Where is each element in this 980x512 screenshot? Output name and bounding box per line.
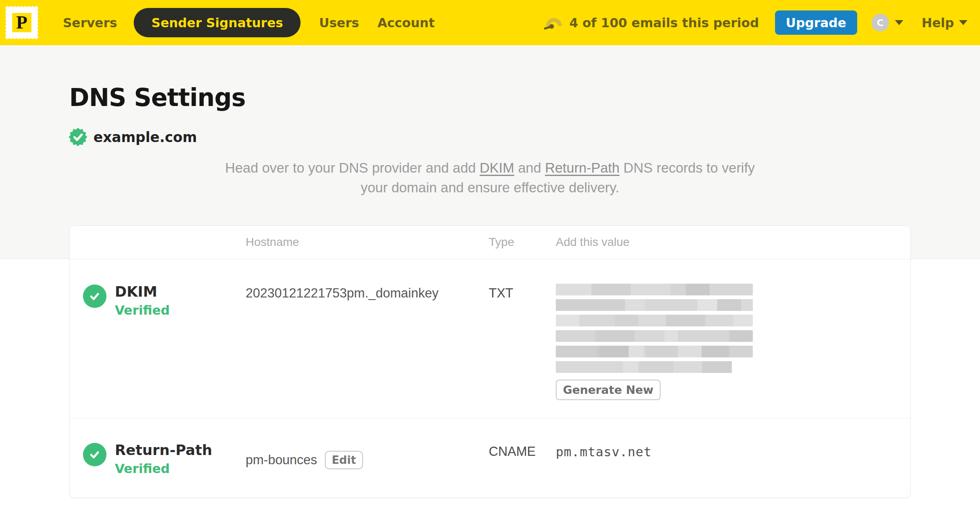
redacted-bar [556,315,753,326]
upgrade-button[interactable]: Upgrade [775,10,857,35]
table-header: Hostname Type Add this value [70,226,910,259]
main-content: DNS Settings example.com Head over to yo… [0,85,980,498]
status-badge: Verified [115,303,170,318]
redacted-dkim-value [556,284,753,373]
verified-domain: example.com [68,127,980,147]
instruction-text: Head over to your DNS provider and add [225,160,480,176]
dkim-link[interactable]: DKIM [480,160,514,176]
account-menu[interactable]: C [871,14,903,31]
avatar[interactable]: C [871,14,889,31]
record-name: DKIM [115,284,170,300]
record-name: Return-Path [115,442,212,458]
return-path-hostname-cell: pm-bounces Edit [246,442,489,476]
dns-instructions: Head over to your DNS provider and add D… [224,158,756,198]
return-path-status-cell: Return-Path Verified [70,442,246,476]
chevron-down-icon [959,20,967,25]
dkim-name-block: DKIM Verified [115,284,170,400]
table-row-return-path: Return-Path Verified pm-bounces Edit CNA… [70,419,910,498]
chevron-down-icon [895,20,903,25]
verified-check-icon [83,443,106,466]
redacted-bar [556,330,753,342]
dkim-type: TXT [489,284,556,400]
return-path-value: pm.mtasv.net [556,442,910,476]
logo-letter: P [16,12,28,32]
redacted-bar [556,299,753,311]
domain-name: example.com [93,129,197,145]
redacted-bar [556,346,753,357]
return-path-link[interactable]: Return-Path [545,160,620,176]
header-hostname: Hostname [246,235,489,249]
status-badge: Verified [115,461,212,476]
return-path-type: CNAME [489,442,556,476]
return-path-name-block: Return-Path Verified [115,442,212,476]
nav-item-account[interactable]: Account [378,16,435,30]
usage-meter: 4 of 100 emails this period [544,15,759,31]
usage-text: 4 of 100 emails this period [569,16,759,30]
top-nav: P Servers Sender Signatures Users Accoun… [0,0,980,45]
return-path-hostname: pm-bounces [246,453,317,468]
gauge-icon [544,15,563,31]
help-label: Help [922,16,954,30]
nav-item-users[interactable]: Users [319,16,359,30]
postmark-logo[interactable]: P [4,4,39,41]
nav-item-sender-signatures[interactable]: Sender Signatures [134,8,301,37]
dkim-hostname: 20230121221753pm._domainkey [246,284,489,400]
verified-check-icon [83,284,106,308]
generate-new-button[interactable]: Generate New [556,380,661,400]
header-value: Add this value [556,235,910,249]
redacted-bar [556,361,732,373]
dns-records-card: Hostname Type Add this value DKIM Verifi… [69,225,911,498]
help-menu[interactable]: Help [922,16,967,30]
nav-item-servers[interactable]: Servers [63,16,117,30]
instruction-text: and [514,160,545,176]
edit-button[interactable]: Edit [325,451,363,469]
header-type: Type [489,235,556,249]
table-row-dkim: DKIM Verified 20230121221753pm._domainke… [70,259,910,419]
page-title: DNS Settings [69,85,980,110]
dkim-value-cell: Generate New [556,284,910,400]
redacted-bar [556,284,753,295]
dkim-status-cell: DKIM Verified [70,284,246,400]
verified-seal-icon [68,127,88,147]
